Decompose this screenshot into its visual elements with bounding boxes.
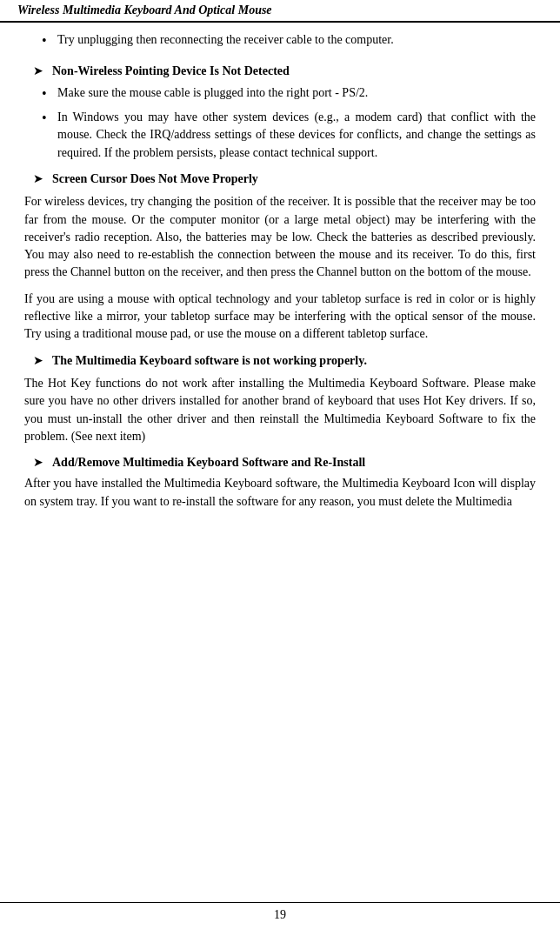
- page-header: Wireless Multimedia Keyboard And Optical…: [0, 0, 560, 23]
- paragraph-keyboard: The Hot Key functions do not work after …: [24, 375, 536, 445]
- arrow-addremove: ➤: [33, 454, 52, 470]
- heading-cursor: Screen Cursor Does Not Move Properly: [52, 170, 258, 188]
- bullet-dot-2: •: [42, 84, 57, 104]
- bullet-item-1: • Try unplugging then reconnecting the r…: [24, 31, 536, 50]
- section-heading-addremove: ➤ Add/Remove Multimedia Keyboard Softwar…: [24, 454, 536, 471]
- header-title: Wireless Multimedia Keyboard And Optical…: [17, 3, 272, 17]
- heading-keyboard: The Multimedia Keyboard software is not …: [52, 352, 367, 370]
- page-container: Wireless Multimedia Keyboard And Optical…: [0, 0, 560, 929]
- paragraph-cursor-1: For wireless devices, try changing the p…: [24, 193, 536, 281]
- heading-nonwireless: Non-Wireless Pointing Device Is Not Dete…: [52, 63, 290, 80]
- bullet-dot-1: •: [42, 31, 57, 50]
- bullet-item-3: • In Windows you may have other system d…: [24, 109, 536, 162]
- bullet-dot-3: •: [42, 109, 57, 162]
- page-footer: 19: [0, 902, 560, 929]
- paragraph-addremove: After you have installed the Multimedia …: [24, 475, 536, 511]
- bullet-text-1: Try unplugging then reconnecting the rec…: [57, 31, 536, 50]
- section-heading-cursor: ➤ Screen Cursor Does Not Move Properly: [24, 170, 536, 188]
- page-number: 19: [274, 908, 286, 921]
- heading-addremove: Add/Remove Multimedia Keyboard Software …: [52, 454, 365, 471]
- bullet-item-2: • Make sure the mouse cable is plugged i…: [24, 84, 536, 104]
- paragraph-cursor-2: If you are using a mouse with optical te…: [24, 291, 536, 344]
- bullet-text-3: In Windows you may have other system dev…: [57, 109, 536, 162]
- arrow-nonwireless: ➤: [33, 63, 52, 78]
- arrow-cursor: ➤: [33, 170, 52, 186]
- section-heading-nonwireless: ➤ Non-Wireless Pointing Device Is Not De…: [24, 63, 536, 80]
- section-heading-keyboard: ➤ The Multimedia Keyboard software is no…: [24, 352, 536, 370]
- page-content: • Try unplugging then reconnecting the r…: [0, 23, 560, 902]
- bullet-text-2: Make sure the mouse cable is plugged int…: [57, 84, 536, 104]
- arrow-keyboard: ➤: [33, 352, 52, 368]
